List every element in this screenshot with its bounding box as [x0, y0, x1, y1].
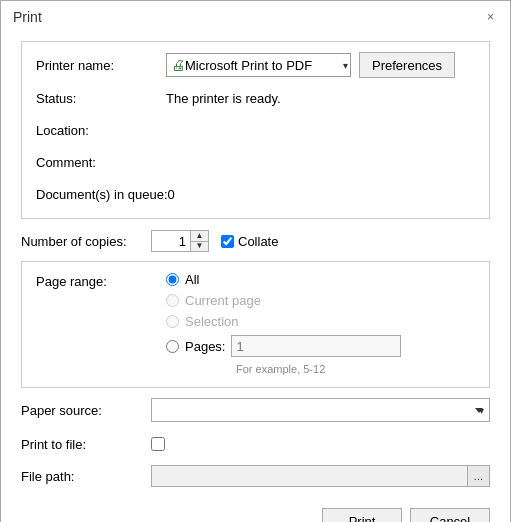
page-range-section: Page range: All Current page: [21, 261, 490, 388]
queue-label: Document(s) in queue:: [36, 187, 168, 202]
radio-all-row: All: [166, 272, 401, 287]
printer-row: 🖨 Microsoft Print to PDF ▾ Preferences: [166, 52, 455, 78]
printer-select[interactable]: Microsoft Print to PDF: [185, 58, 343, 73]
copies-input[interactable]: 1: [152, 231, 190, 251]
print-to-file-checkbox[interactable]: [151, 437, 165, 451]
copies-row: Number of copies: 1 ▲ ▼ Collate: [21, 229, 490, 253]
radio-all[interactable]: [166, 273, 179, 286]
copies-decrement-button[interactable]: ▼: [191, 242, 208, 252]
file-path-label: File path:: [21, 469, 151, 484]
printer-icon: 🖨: [171, 57, 185, 73]
radio-current[interactable]: [166, 294, 179, 307]
printer-select-container: 🖨 Microsoft Print to PDF ▾: [166, 53, 351, 77]
file-path-row: File path: ...: [21, 464, 490, 488]
browse-button[interactable]: ...: [467, 466, 489, 486]
copies-increment-button[interactable]: ▲: [191, 231, 208, 242]
printer-name-row: Printer name: 🖨 Microsoft Print to PDF ▾…: [36, 52, 475, 78]
radio-selection-label: Selection: [185, 314, 238, 329]
paper-source-label: Paper source:: [21, 403, 151, 418]
page-range-options: All Current page Selection: [166, 272, 401, 375]
file-path-input-wrap: ...: [151, 465, 490, 487]
printer-dropdown-arrow-icon: ▾: [343, 60, 348, 71]
file-path-input[interactable]: [152, 469, 467, 484]
example-text: For example, 5-12: [166, 363, 401, 375]
page-range-label: Page range:: [36, 272, 166, 289]
title-bar: Print ×: [1, 1, 510, 31]
collate-wrap: Collate: [221, 234, 278, 249]
pages-input[interactable]: [231, 335, 401, 357]
status-label: Status:: [36, 91, 166, 106]
radio-current-row: Current page: [166, 293, 401, 308]
pages-row: Pages:: [166, 335, 401, 357]
page-range-row: Page range: All Current page: [36, 272, 475, 375]
dialog-body: Printer name: 🖨 Microsoft Print to PDF ▾…: [1, 31, 510, 522]
paper-source-select[interactable]: [151, 398, 490, 422]
pages-label: Pages:: [185, 339, 225, 354]
radio-pages[interactable]: [166, 340, 179, 353]
comment-row: Comment:: [36, 150, 475, 174]
dialog-title: Print: [13, 9, 42, 25]
radio-current-label: Current page: [185, 293, 261, 308]
status-row: Status: The printer is ready.: [36, 86, 475, 110]
collate-checkbox[interactable]: [221, 235, 234, 248]
spin-buttons: ▲ ▼: [190, 231, 208, 251]
printer-name-label: Printer name:: [36, 58, 166, 73]
queue-value: 0: [168, 187, 175, 202]
print-button[interactable]: Print: [322, 508, 402, 522]
printer-section: Printer name: 🖨 Microsoft Print to PDF ▾…: [21, 41, 490, 219]
paper-source-select-wrapper: [151, 398, 490, 422]
close-button[interactable]: ×: [483, 9, 498, 25]
print-to-file-label: Print to file:: [21, 437, 151, 452]
print-dialog: Print × Printer name: 🖨 Microsoft Print …: [0, 0, 511, 522]
radio-selection-row: Selection: [166, 314, 401, 329]
location-row: Location:: [36, 118, 475, 142]
copies-spinner: 1 ▲ ▼: [151, 230, 209, 252]
preferences-button[interactable]: Preferences: [359, 52, 455, 78]
radio-selection[interactable]: [166, 315, 179, 328]
collate-label: Collate: [238, 234, 278, 249]
location-label: Location:: [36, 123, 166, 138]
status-value: The printer is ready.: [166, 91, 281, 106]
comment-label: Comment:: [36, 155, 166, 170]
buttons-row: Print Cancel: [21, 502, 490, 522]
copies-section: 1 ▲ ▼ Collate: [151, 230, 278, 252]
queue-row: Document(s) in queue: 0: [36, 182, 475, 206]
copies-label: Number of copies:: [21, 234, 151, 249]
cancel-button[interactable]: Cancel: [410, 508, 490, 522]
radio-all-label: All: [185, 272, 199, 287]
print-to-file-row: Print to file:: [21, 432, 490, 456]
paper-source-row: Paper source:: [21, 398, 490, 422]
